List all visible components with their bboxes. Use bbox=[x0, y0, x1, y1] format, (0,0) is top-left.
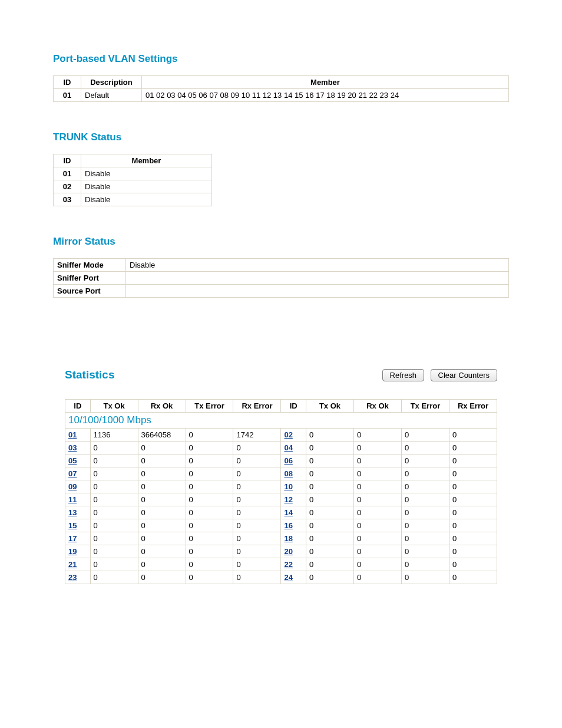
port-link[interactable]: 11 bbox=[68, 495, 77, 504]
port-link[interactable]: 14 bbox=[284, 508, 292, 517]
port-link[interactable]: 15 bbox=[68, 521, 77, 530]
refresh-button[interactable]: Refresh bbox=[382, 369, 425, 381]
stats-txok: 0 bbox=[90, 558, 138, 571]
port-link[interactable]: 04 bbox=[284, 443, 292, 452]
stats-txerr: 0 bbox=[401, 429, 449, 442]
clear-counters-button[interactable]: Clear Counters bbox=[431, 369, 497, 381]
port-link[interactable]: 23 bbox=[68, 573, 77, 582]
stats-txerr: 0 bbox=[186, 480, 233, 493]
trunk-row: 01 Disable bbox=[54, 167, 212, 180]
stats-rxerr: 0 bbox=[449, 545, 497, 558]
stats-txok: 0 bbox=[90, 442, 138, 454]
stats-rxok: 0 bbox=[353, 545, 401, 558]
stats-txerr: 0 bbox=[401, 519, 449, 532]
vlan-row-id: 01 bbox=[54, 89, 81, 102]
stats-rxerr: 0 bbox=[449, 519, 497, 532]
port-link[interactable]: 13 bbox=[68, 508, 77, 517]
stats-rxerr: 0 bbox=[233, 480, 281, 493]
stats-txerr: 0 bbox=[186, 429, 233, 442]
port-link[interactable]: 01 bbox=[68, 430, 77, 439]
trunk-row-member: Disable bbox=[81, 180, 212, 193]
stats-port-id: 14 bbox=[281, 506, 306, 519]
stats-header-id: ID bbox=[281, 400, 306, 413]
mirror-row-label: Source Port bbox=[54, 285, 126, 298]
stats-txerr: 0 bbox=[186, 506, 233, 519]
stats-header-txerr: Tx Error bbox=[401, 400, 449, 413]
stats-txerr: 0 bbox=[401, 480, 449, 493]
port-link[interactable]: 10 bbox=[284, 482, 292, 491]
vlan-row: 01 Default 01 02 03 04 05 06 07 08 09 10… bbox=[54, 89, 509, 102]
stats-rxok: 0 bbox=[353, 493, 401, 506]
stats-txok: 0 bbox=[306, 493, 354, 506]
stats-rxok: 0 bbox=[353, 519, 401, 532]
trunk-title: TRUNK Status bbox=[53, 131, 509, 143]
vlan-header-description: Description bbox=[81, 76, 142, 89]
stats-rxok: 0 bbox=[138, 506, 186, 519]
stats-port-id: 17 bbox=[65, 532, 91, 545]
stats-rxok: 0 bbox=[353, 571, 401, 584]
stats-port-id: 22 bbox=[281, 558, 306, 571]
stats-txerr: 0 bbox=[186, 467, 233, 480]
port-link[interactable]: 05 bbox=[68, 456, 77, 465]
stats-header-txok: Tx Ok bbox=[90, 400, 138, 413]
stats-rxerr: 0 bbox=[233, 545, 281, 558]
stats-txerr: 0 bbox=[401, 454, 449, 467]
stats-txerr: 0 bbox=[186, 532, 233, 545]
stats-rxerr: 1742 bbox=[233, 429, 281, 442]
stats-rxerr: 0 bbox=[449, 480, 497, 493]
stats-txerr: 0 bbox=[186, 519, 233, 532]
stats-rxerr: 0 bbox=[233, 506, 281, 519]
stats-txok: 0 bbox=[306, 558, 354, 571]
port-link[interactable]: 19 bbox=[68, 547, 77, 556]
stats-rxerr: 0 bbox=[449, 506, 497, 519]
port-link[interactable]: 22 bbox=[284, 560, 292, 569]
stats-port-id: 04 bbox=[281, 442, 306, 454]
stats-port-id: 20 bbox=[281, 545, 306, 558]
stats-txok: 0 bbox=[90, 454, 138, 467]
stats-speed-label: 10/100/1000 Mbps bbox=[65, 413, 497, 429]
stats-rxok: 0 bbox=[138, 545, 186, 558]
port-link[interactable]: 09 bbox=[68, 482, 77, 491]
port-link[interactable]: 02 bbox=[284, 430, 292, 439]
stats-port-id: 02 bbox=[281, 429, 306, 442]
stats-port-id: 23 bbox=[65, 571, 91, 584]
stats-rxok: 0 bbox=[138, 454, 186, 467]
stats-txok: 0 bbox=[306, 545, 354, 558]
stats-rxerr: 0 bbox=[449, 442, 497, 454]
vlan-title: Port-based VLAN Settings bbox=[53, 53, 509, 65]
port-link[interactable]: 18 bbox=[284, 534, 292, 543]
port-link[interactable]: 24 bbox=[284, 573, 292, 582]
stats-txerr: 0 bbox=[401, 571, 449, 584]
stats-rxok: 0 bbox=[353, 454, 401, 467]
port-link[interactable]: 06 bbox=[284, 456, 292, 465]
port-link[interactable]: 16 bbox=[284, 521, 292, 530]
stats-row: 230000240000 bbox=[65, 571, 497, 584]
stats-port-id: 07 bbox=[65, 467, 91, 480]
mirror-row-value: Disable bbox=[126, 259, 509, 272]
stats-rxerr: 0 bbox=[449, 532, 497, 545]
stats-txok: 0 bbox=[90, 545, 138, 558]
stats-port-id: 01 bbox=[65, 429, 91, 442]
port-link[interactable]: 21 bbox=[68, 560, 77, 569]
stats-row: 011136366405801742020000 bbox=[65, 429, 497, 442]
stats-txerr: 0 bbox=[186, 571, 233, 584]
port-link[interactable]: 20 bbox=[284, 547, 292, 556]
stats-title: Statistics bbox=[65, 368, 114, 381]
stats-rxok: 0 bbox=[353, 532, 401, 545]
stats-rxok: 3664058 bbox=[138, 429, 186, 442]
stats-header-rxok: Rx Ok bbox=[138, 400, 186, 413]
stats-txok: 0 bbox=[90, 532, 138, 545]
stats-header-rxerr: Rx Error bbox=[449, 400, 497, 413]
port-link[interactable]: 07 bbox=[68, 469, 77, 478]
stats-rxerr: 0 bbox=[233, 454, 281, 467]
stats-table: ID Tx Ok Rx Ok Tx Error Rx Error ID Tx O… bbox=[65, 399, 497, 584]
mirror-row-value bbox=[126, 285, 509, 298]
port-link[interactable]: 08 bbox=[284, 469, 292, 478]
stats-rxok: 0 bbox=[138, 442, 186, 454]
stats-row: 110000120000 bbox=[65, 493, 497, 506]
port-link[interactable]: 03 bbox=[68, 443, 77, 452]
stats-txok: 0 bbox=[90, 571, 138, 584]
port-link[interactable]: 12 bbox=[284, 495, 292, 504]
stats-port-id: 12 bbox=[281, 493, 306, 506]
port-link[interactable]: 17 bbox=[68, 534, 77, 543]
